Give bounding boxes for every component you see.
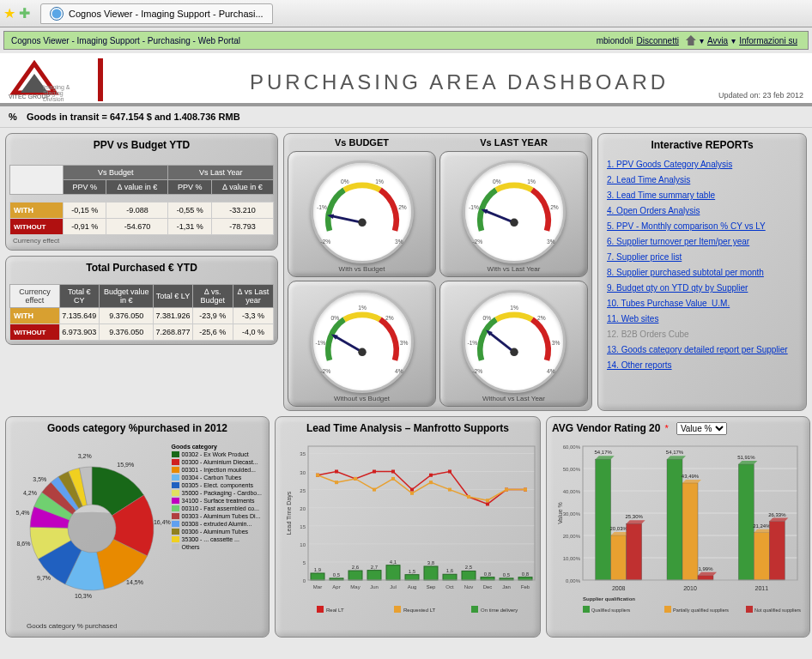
svg-text:Value %: Value % [557, 502, 563, 524]
ppv-group-budget: Vs Budget [64, 166, 168, 180]
svg-text:2010: 2010 [683, 585, 697, 591]
table-row [10, 195, 274, 203]
report-link-item: 7. Supplier price list [605, 249, 799, 264]
svg-text:10,00%: 10,00% [563, 556, 581, 561]
svg-text:9,7%: 9,7% [37, 575, 51, 581]
svg-text:Aug: Aug [408, 584, 417, 589]
svg-text:10,3%: 10,3% [75, 593, 92, 599]
disconnect-link[interactable]: Disconnetti [636, 36, 678, 45]
svg-rect-104 [354, 477, 357, 481]
logo: VITEC GROUP Imaging & Staging Division [9, 58, 86, 101]
svg-text:40,00%: 40,00% [563, 489, 581, 494]
svg-text:2,7: 2,7 [371, 565, 379, 570]
svg-rect-111 [486, 499, 489, 502]
report-link[interactable]: 3. Lead Time summary table [607, 190, 715, 200]
svg-rect-182 [664, 606, 671, 613]
svg-rect-110 [467, 495, 470, 499]
home-icon[interactable] [686, 35, 696, 45]
value-dropdown[interactable]: Value % [676, 422, 727, 435]
dashboard-header: VITEC GROUP Imaging & Staging Division P… [0, 53, 812, 106]
svg-text:0%: 0% [493, 178, 501, 184]
report-link[interactable]: 5. PPV - Monthly comparison % CY vs LY [607, 221, 766, 231]
svg-rect-95 [410, 488, 414, 492]
report-link[interactable]: 12. B2B Orders Cube [607, 330, 689, 339]
svg-text:60,00%: 60,00% [563, 444, 581, 450]
svg-line-7 [330, 215, 361, 222]
svg-text:35: 35 [300, 451, 306, 456]
svg-rect-184 [746, 606, 753, 613]
svg-text:3,2%: 3,2% [78, 453, 92, 459]
svg-rect-93 [373, 470, 376, 474]
svg-text:21,24%: 21,24% [753, 523, 771, 529]
svg-text:4,2%: 4,2% [23, 490, 37, 496]
svg-text:May: May [350, 584, 360, 589]
divider: ▾ [731, 36, 736, 45]
add-favorite-icon[interactable]: ✚ [19, 5, 30, 21]
svg-rect-164 [698, 576, 713, 580]
svg-text:1%: 1% [358, 305, 367, 311]
svg-text:3%: 3% [546, 239, 554, 245]
table-row: WITHOUT -0,91 %-54.670 -1,31 %-78.793 [10, 219, 274, 235]
svg-text:1,99%: 1,99% [698, 566, 713, 571]
report-link-item: 14. Other reports [605, 357, 799, 372]
svg-text:1%: 1% [527, 178, 536, 184]
start-link[interactable]: Avvia [707, 36, 728, 45]
svg-text:25: 25 [300, 488, 306, 493]
svg-marker-162 [682, 480, 701, 483]
svg-text:Sep: Sep [427, 584, 436, 589]
favorites-icon[interactable]: ★ [3, 5, 15, 21]
svg-text:20,00%: 20,00% [563, 534, 581, 539]
report-link[interactable]: 13. Goods category detailed report per S… [607, 345, 788, 354]
svg-rect-174 [769, 522, 785, 580]
svg-rect-70 [348, 571, 362, 580]
info-link[interactable]: Informazioni su [739, 36, 797, 45]
svg-rect-180 [583, 606, 590, 613]
report-link[interactable]: 6. Supplier turnover per Item/per year [607, 237, 749, 246]
svg-rect-148 [596, 459, 611, 580]
svg-text:Partially qualified suppliers: Partially qualified suppliers [673, 608, 729, 613]
svg-rect-66 [311, 573, 324, 580]
svg-text:0,8: 0,8 [484, 571, 492, 577]
svg-rect-82 [462, 571, 476, 580]
report-link[interactable]: 1. PPV Goods Category Analysis [607, 160, 732, 169]
report-link[interactable]: 2. Lead Time Analysis [607, 175, 690, 184]
gauge: -2%-1%0%1%2%3% With vs Last Year [439, 151, 588, 277]
svg-marker-175 [769, 518, 788, 522]
ie-icon [50, 7, 64, 21]
report-link-item: 11. Web sites [605, 311, 799, 326]
report-link-item: 2. Lead Time Analysis [605, 172, 799, 187]
svg-text:-1%: -1% [469, 204, 479, 210]
svg-text:0%: 0% [341, 178, 349, 184]
svg-rect-107 [410, 492, 414, 495]
legend-item: 00306 - Aluminum Tubes [172, 528, 262, 535]
svg-rect-109 [448, 488, 451, 492]
svg-text:Oct: Oct [445, 584, 454, 589]
svg-text:0,5: 0,5 [503, 572, 511, 577]
svg-text:25,30%: 25,30% [625, 514, 643, 519]
report-link[interactable]: 8. Supplier purchased subtotal per month [607, 268, 764, 277]
svg-text:14,5%: 14,5% [126, 579, 143, 585]
svg-rect-133 [308, 446, 535, 580]
report-link[interactable]: 4. Open Orders Analysis [607, 206, 700, 215]
report-link[interactable]: 14. Other reports [607, 360, 672, 370]
ppv-table: Vs Budget Vs Last Year PPV % ∆ value in … [9, 165, 274, 235]
svg-rect-158 [667, 459, 682, 580]
svg-text:0,00%: 0,00% [566, 578, 581, 583]
svg-text:2,6: 2,6 [352, 565, 360, 570]
report-link[interactable]: 9. Budget qty on YTD qty by Supplier [607, 283, 748, 293]
svg-text:0,8: 0,8 [522, 571, 530, 577]
ppv-title: PPV vs Budget YTD [9, 137, 274, 153]
svg-text:3,5%: 3,5% [33, 476, 46, 482]
svg-rect-113 [524, 488, 527, 492]
svg-text:0%: 0% [482, 315, 491, 321]
report-link-item: 12. B2B Orders Cube [605, 326, 799, 342]
pie-legend: Goods category 00302 - Ex Work Product00… [172, 443, 262, 551]
report-link-item: 8. Supplier purchased subtotal per month [605, 264, 799, 280]
report-link[interactable]: 7. Supplier price list [607, 252, 682, 262]
svg-text:-2%: -2% [320, 239, 330, 245]
svg-rect-80 [443, 574, 457, 580]
report-link[interactable]: 10. Tubes Purchase Value_U.M. [607, 299, 730, 308]
updated-label: Updated on: 23 feb 2012 [718, 91, 803, 100]
report-link[interactable]: 11. Web sites [607, 314, 658, 323]
browser-tab[interactable]: Cognos Viewer - Imaging Support - Purcha… [40, 3, 273, 24]
